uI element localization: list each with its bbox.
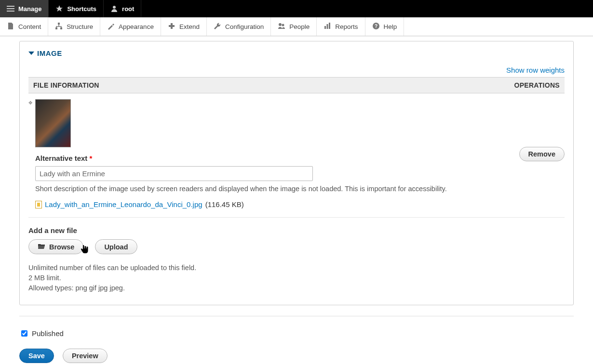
- toolbar-shortcuts[interactable]: Shortcuts: [49, 0, 104, 17]
- operations-cell: Remove: [502, 99, 565, 208]
- file-link[interactable]: Lady_with_an_Ermine_Leonardo_da_Vinci_0.…: [45, 200, 202, 208]
- preview-button[interactable]: Preview: [63, 349, 108, 363]
- hint-limit: 2 MB limit.: [28, 273, 565, 283]
- published-label: Published: [32, 329, 64, 338]
- admin-appearance[interactable]: Appearance: [100, 17, 161, 36]
- published-row[interactable]: Published: [19, 329, 574, 338]
- file-size: (116.45 KB): [205, 200, 244, 208]
- admin-content[interactable]: Content: [0, 17, 48, 36]
- hint-unlimited: Unlimited number of files can be uploade…: [28, 263, 565, 273]
- row-weights-wrap: Show row weights: [28, 66, 565, 74]
- user-icon: [110, 5, 118, 13]
- file-icon: [35, 201, 42, 208]
- admin-extend-label: Extend: [179, 23, 200, 30]
- required-marker: *: [90, 154, 93, 162]
- admin-content-label: Content: [18, 23, 41, 30]
- svg-point-4: [113, 6, 116, 9]
- image-fieldset: IMAGE Show row weights FILE INFORMATION …: [19, 41, 574, 305]
- file-info-cell: Alternative text * Short description of …: [35, 99, 502, 208]
- toolbar-user[interactable]: root: [104, 0, 141, 17]
- save-button[interactable]: Save: [19, 349, 54, 363]
- th-operations: OPERATIONS: [514, 81, 560, 89]
- drag-handle-icon[interactable]: ✥: [28, 99, 35, 208]
- admin-help-label: Help: [384, 23, 397, 30]
- fieldset-legend[interactable]: IMAGE: [28, 49, 565, 57]
- fieldset-legend-text: IMAGE: [37, 49, 62, 57]
- svg-text:?: ?: [375, 24, 377, 29]
- admin-structure-label: Structure: [67, 23, 93, 30]
- svg-point-9: [282, 24, 284, 26]
- svg-rect-12: [329, 23, 330, 29]
- toolbar-top: Manage Shortcuts root: [0, 0, 593, 17]
- admin-help[interactable]: ? Help: [365, 17, 404, 36]
- table-row: ✥ Alternative text * Short description o…: [28, 93, 565, 218]
- chevron-down-icon: [28, 52, 34, 55]
- remove-button[interactable]: Remove: [519, 147, 565, 161]
- admin-structure[interactable]: Structure: [48, 17, 100, 36]
- toolbar-user-label: root: [122, 5, 134, 13]
- folder-open-icon: [38, 243, 45, 251]
- admin-people-label: People: [289, 23, 310, 30]
- svg-rect-7: [60, 27, 62, 29]
- alt-text-label-text: Alternative text: [35, 154, 87, 162]
- svg-marker-3: [56, 5, 63, 12]
- add-new-file-section: Add a new file Browse Upload Unlimited n…: [28, 226, 565, 293]
- appearance-icon: [107, 22, 115, 31]
- svg-rect-1: [7, 8, 14, 9]
- star-icon: [55, 5, 63, 13]
- admin-people[interactable]: People: [271, 17, 317, 36]
- toolbar-shortcuts-label: Shortcuts: [67, 5, 96, 13]
- browse-button-label: Browse: [49, 243, 74, 251]
- published-checkbox[interactable]: [21, 330, 27, 337]
- toolbar-manage-label: Manage: [18, 5, 41, 13]
- svg-rect-5: [58, 23, 60, 25]
- admin-menu: Content Structure Appearance Extend Conf…: [0, 17, 593, 36]
- upload-button[interactable]: Upload: [95, 239, 137, 254]
- footer-section: Published Save Preview: [19, 316, 574, 363]
- admin-configuration-label: Configuration: [225, 23, 264, 30]
- file-table: FILE INFORMATION OPERATIONS ✥ Alternativ…: [28, 77, 565, 218]
- help-icon: ?: [372, 22, 380, 31]
- alt-text-description: Short description of the image used by s…: [35, 185, 502, 193]
- browse-button[interactable]: Browse: [28, 239, 83, 254]
- admin-extend[interactable]: Extend: [161, 17, 207, 36]
- hint-types: Allowed types: png gif jpg jpeg.: [28, 283, 565, 293]
- toolbar-manage[interactable]: Manage: [0, 0, 49, 17]
- structure-icon: [55, 22, 63, 31]
- image-thumbnail: [35, 99, 71, 147]
- hamburger-icon: [7, 5, 14, 13]
- document-icon: [7, 22, 14, 31]
- reports-icon: [323, 22, 331, 31]
- add-new-buttons: Browse Upload: [28, 239, 565, 254]
- svg-point-8: [279, 23, 282, 26]
- svg-rect-11: [327, 24, 328, 29]
- upload-hints: Unlimited number of files can be uploade…: [28, 263, 565, 293]
- alt-text-label: Alternative text *: [35, 154, 502, 162]
- extend-icon: [168, 22, 175, 31]
- svg-rect-2: [7, 11, 14, 12]
- admin-appearance-label: Appearance: [119, 23, 154, 30]
- svg-rect-10: [324, 26, 326, 29]
- th-file-info: FILE INFORMATION: [33, 81, 99, 89]
- page-content: IMAGE Show row weights FILE INFORMATION …: [0, 36, 593, 364]
- people-icon: [278, 22, 285, 31]
- alt-text-input[interactable]: [35, 166, 313, 181]
- admin-configuration[interactable]: Configuration: [207, 17, 271, 36]
- svg-rect-6: [55, 27, 57, 29]
- add-new-file-label: Add a new file: [28, 226, 565, 234]
- action-buttons: Save Preview: [19, 349, 574, 363]
- table-head: FILE INFORMATION OPERATIONS: [28, 77, 565, 93]
- wrench-icon: [214, 22, 221, 31]
- admin-reports-label: Reports: [335, 23, 358, 30]
- file-link-row: Lady_with_an_Ermine_Leonardo_da_Vinci_0.…: [35, 200, 502, 208]
- admin-reports[interactable]: Reports: [317, 17, 365, 36]
- show-row-weights-link[interactable]: Show row weights: [506, 66, 565, 74]
- svg-rect-0: [7, 6, 14, 7]
